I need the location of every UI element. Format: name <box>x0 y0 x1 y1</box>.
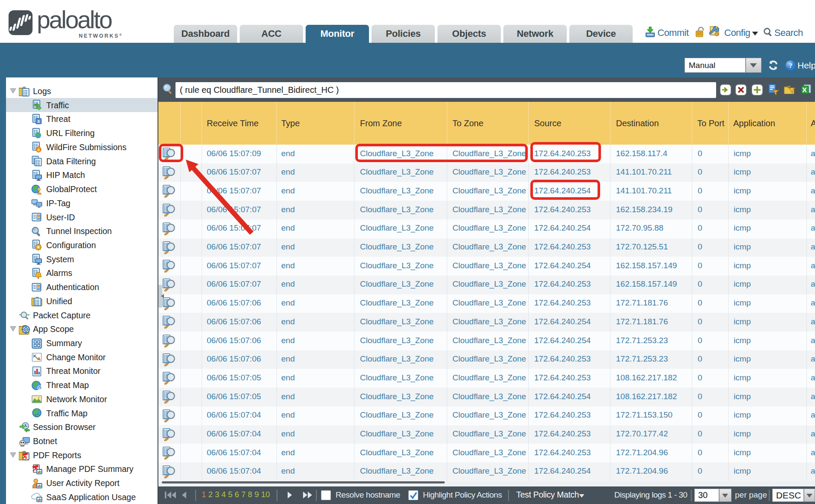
svg-text:?: ? <box>789 62 792 69</box>
